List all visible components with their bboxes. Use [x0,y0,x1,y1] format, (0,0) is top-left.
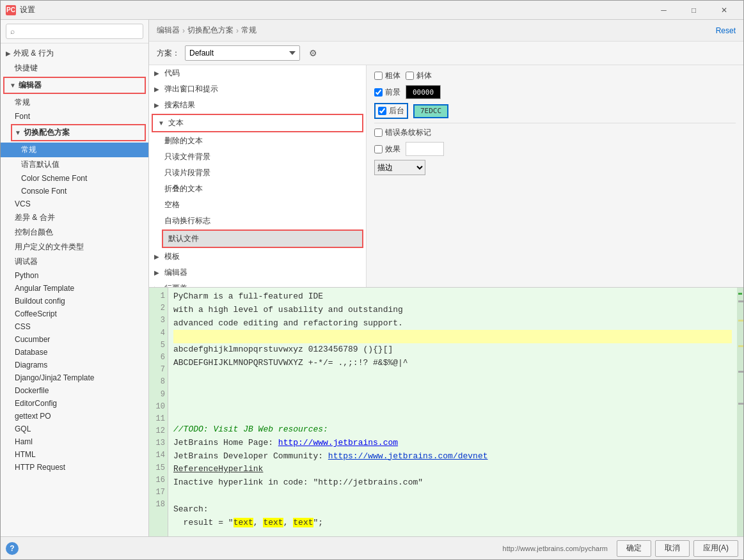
sidebar-item-general-active[interactable]: 常规 [1,143,148,157]
sidebar-item-django[interactable]: Django/Jinja2 Template [1,371,148,384]
background-checkbox-label[interactable]: 后台 [374,103,408,119]
scheme-select[interactable]: Default Darcula High Contrast [185,45,300,61]
main-content: ▶ 外观 & 行为 快捷键 ▼ 编辑器 常规 [1,20,743,536]
tree-item-readonly-fragment-bg[interactable]: 只读片段背景 [149,165,366,181]
sidebar-item-vcs[interactable]: VCS [1,198,148,210]
code-line-1: PyCharm is a full-featured IDE [173,290,732,304]
sidebar-item-console-font[interactable]: Console Font [1,185,148,198]
foreground-checkbox-label[interactable]: 前景 [374,87,400,98]
tree-item-label: 代码 [164,68,180,79]
foreground-checkbox[interactable] [374,88,383,97]
sidebar-item-cucumber[interactable]: Cucumber [1,333,148,346]
reset-button[interactable]: Reset [716,26,736,35]
sidebar-item-buildout[interactable]: Buildout config [1,295,148,307]
line-num: 6 [149,352,168,364]
tree-item-wrap-sign[interactable]: 自动换行标志 [149,213,366,229]
apply-button[interactable]: 应用(A) [693,540,738,557]
gear-button[interactable]: ⚙ [305,45,321,61]
effects-row: 效果 [374,142,736,156]
sidebar-item-diagrams[interactable]: Diagrams [1,359,148,371]
sidebar-item-python[interactable]: Python [1,269,148,282]
sidebar-item-language-default[interactable]: 语言默认值 [1,157,148,172]
style-row: 粗体 斜体 [374,70,736,81]
minimize-button[interactable]: ─ [649,1,678,20]
sidebar-item-css[interactable]: CSS [1,320,148,333]
search-result-3: text [293,518,313,527]
sidebar-item-html[interactable]: HTML [1,448,148,461]
sidebar-item-color-scheme[interactable]: ▼ 切换配色方案 [12,125,145,140]
tree-item-deleted-text[interactable]: 删除的文本 [149,133,366,149]
sidebar-item-editor[interactable]: ▼ 编辑器 [4,78,145,93]
scheme-label: 方案： [157,48,180,59]
line-num: 5 [149,339,168,352]
sidebar-item-diff-merge[interactable]: 差异 & 合并 [1,210,148,225]
tree-item-text[interactable]: ▼ 文本 [153,115,362,131]
tree-item-folded-text[interactable]: 折叠的文本 [149,181,366,197]
sidebar-item-general[interactable]: 常规 [1,95,148,110]
foreground-label: 前景 [385,87,400,98]
error-stripe-checkbox-label[interactable]: 错误条纹标记 [374,127,431,138]
sidebar-item-file-types[interactable]: 用户定义的文件类型 [1,240,148,254]
maximize-button[interactable]: □ [679,1,708,20]
sidebar-item-http-request[interactable]: HTTP Request [1,461,148,474]
sidebar-item-coffeescript[interactable]: CoffeeScript [1,307,148,320]
error-stripe-checkbox[interactable] [374,128,383,137]
sidebar-item-debugger[interactable]: 调试器 [1,254,148,269]
line-num: 12 [149,425,168,437]
tree-item-template[interactable]: ▶ 模板 [149,249,366,265]
background-checkbox[interactable] [378,107,386,115]
tree-item-label: 弹出窗口和提示 [164,84,218,95]
sidebar-item-haml[interactable]: Haml [1,435,148,448]
tree-item-label: 默认文件 [168,233,199,244]
bold-checkbox[interactable] [374,72,383,80]
sidebar-item-angular[interactable]: Angular Template [1,282,148,295]
tree-item-default-file[interactable]: 默认文件 [163,231,362,247]
sidebar-item-database[interactable]: Database [1,346,148,359]
line-num: 11 [149,413,168,425]
tree-item-editor[interactable]: ▶ 编辑器 [149,265,366,281]
tree-item-space[interactable]: 空格 [149,197,366,213]
search-input[interactable] [6,24,143,39]
line-num: 7 [149,364,168,376]
tree-item-readonly-file-bg[interactable]: 只读文件背景 [149,149,366,165]
cancel-button[interactable]: 取消 [655,540,690,557]
effects-checkbox[interactable] [374,145,383,153]
close-button[interactable]: ✕ [709,1,738,20]
app-icon: PC [6,5,16,15]
effects-color-box[interactable] [406,142,444,156]
sidebar-item-gql[interactable]: GQL [1,423,148,435]
background-color-box[interactable]: 7EDCC [413,104,448,118]
sidebar-item-font[interactable]: Font [1,110,148,123]
breadcrumb: 编辑器 › 切换配色方案 › 常规 Reset [149,20,743,42]
bottom-bar: ? http://www.jetbrains.com/pycharm 确定 取消… [1,536,743,559]
help-button[interactable]: ? [6,542,19,555]
tree-item-line-cover[interactable]: ▶ 行覆盖 [149,281,366,287]
effects-checkbox-label[interactable]: 效果 [374,144,400,155]
sidebar-item-gettext[interactable]: gettext PO [1,410,148,423]
scrollbar[interactable] [737,288,743,536]
code-line-8 [173,384,732,397]
sidebar-item-shortcuts[interactable]: 快捷键 [1,61,148,75]
line-num: 3 [149,315,168,327]
tree-item-code[interactable]: ▶ 代码 [149,65,366,81]
sidebar-item-editorconfig[interactable]: EditorConfig [1,397,148,410]
tree-item-search[interactable]: ▶ 搜索结果 [149,97,366,113]
italic-checkbox-label[interactable]: 斜体 [406,70,432,81]
properties-panel: 粗体 斜体 前景 00000 [367,65,743,287]
sidebar-item-appearance[interactable]: ▶ 外观 & 行为 [1,46,148,61]
tree-item-label: 搜索结果 [164,100,195,111]
bold-checkbox-label[interactable]: 粗体 [374,70,400,81]
code-line-10 [173,410,732,423]
sidebar-item-dockerfile[interactable]: Dockerfile [1,384,148,397]
tree-item-popup[interactable]: ▶ 弹出窗口和提示 [149,81,366,97]
line-num: 1 [149,290,168,302]
scroll-mark-2 [738,320,743,322]
italic-checkbox[interactable] [406,72,414,80]
foreground-color-box[interactable]: 00000 [406,85,441,99]
border-select[interactable]: 描边 [374,160,425,175]
sidebar-item-console-colors[interactable]: 控制台颜色 [1,225,148,240]
search-box [1,20,148,43]
breadcrumb-part-2: 切换配色方案 [187,25,233,36]
sidebar-item-color-scheme-font[interactable]: Color Scheme Font [1,172,148,185]
ok-button[interactable]: 确定 [617,540,651,557]
